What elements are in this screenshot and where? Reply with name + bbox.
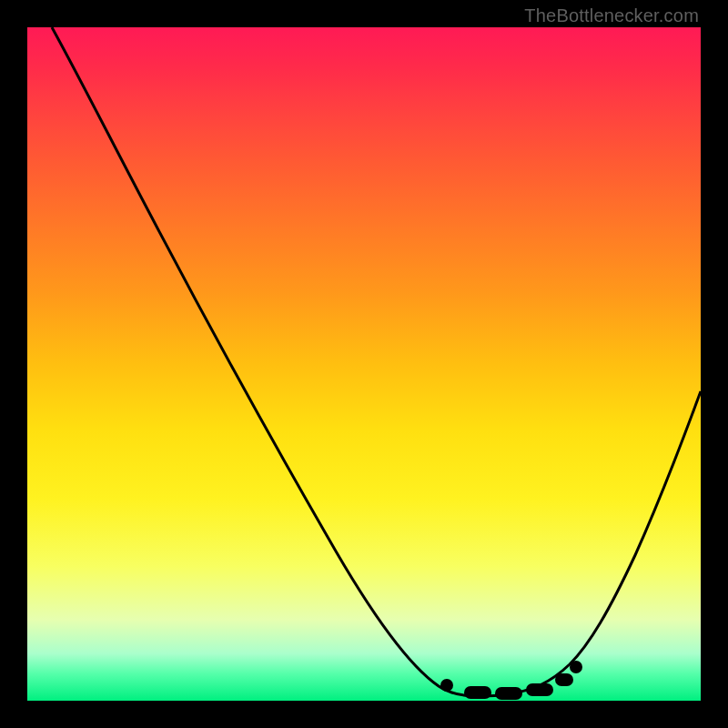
svg-rect-0 [440, 679, 453, 692]
svg-rect-4 [555, 673, 573, 686]
curve-layer [27, 27, 701, 701]
svg-rect-2 [495, 687, 522, 700]
chart-frame: TheBottlenecker.com [0, 0, 728, 728]
svg-rect-3 [526, 683, 553, 696]
attribution-watermark: TheBottlenecker.com [524, 5, 699, 26]
plot-area [27, 27, 701, 701]
svg-rect-1 [464, 686, 491, 699]
svg-rect-5 [570, 661, 582, 673]
v-curve [52, 27, 701, 696]
